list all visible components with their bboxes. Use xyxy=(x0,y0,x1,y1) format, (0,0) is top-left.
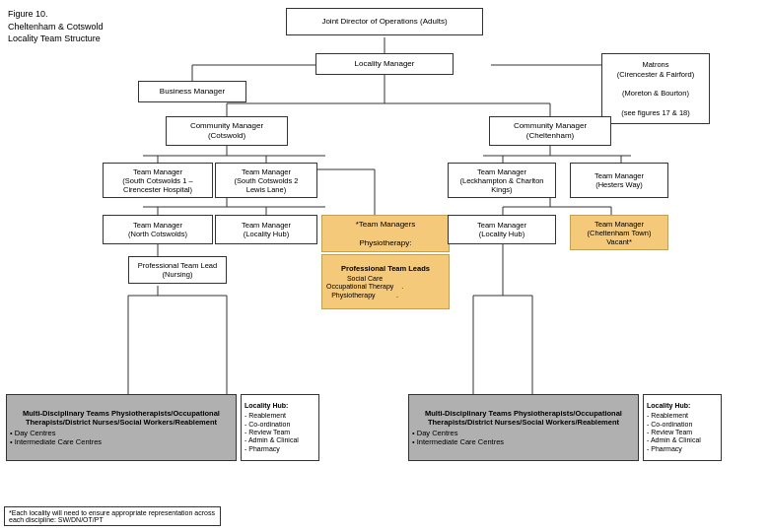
mdt-right-title: Multi-Disciplinary Teams Physiotherapist… xyxy=(412,409,635,427)
joint-director-box: Joint Director of Operations (Adults) xyxy=(286,8,483,35)
locality-hub-left-title: Locality Hub: xyxy=(245,402,288,410)
footnote-text: *Each locality will need to ensure appro… xyxy=(9,509,215,523)
team-locality-hub-left-box: Team Manager (Locality Hub) xyxy=(215,215,317,244)
community-cheltenham-box: Community Manager (Cheltenham) xyxy=(489,116,611,146)
mdt-left-box: Multi-Disciplinary Teams Physiotherapist… xyxy=(6,394,237,461)
team-locality-hub-left-label: Team Manager (Locality Hub) xyxy=(242,221,291,238)
team-managers-physio-label: *Team Managers Physiotherapy: xyxy=(356,220,415,248)
business-manager-box: Business Manager xyxy=(138,81,246,102)
title-line1: Figure 10. xyxy=(8,8,104,21)
joint-director-label: Joint Director of Operations (Adults) xyxy=(321,17,447,27)
locality-hub-right-items: - Reablement - Co-ordination - Review Te… xyxy=(647,412,701,453)
locality-hub-left-box: Locality Hub: - Reablement - Co-ordinati… xyxy=(241,394,319,461)
community-cotswold-box: Community Manager (Cotswold) xyxy=(166,116,288,146)
community-cotswold-label: Community Manager (Cotswold) xyxy=(190,121,263,140)
title-line3: Locality Team Structure xyxy=(8,33,104,45)
team-north-cotswolds-label: Team Manager (North Cotswolds) xyxy=(128,221,187,238)
mdt-right-items: • Day Centres • Intermediate Care Centre… xyxy=(412,429,504,446)
team-leckhampton-box: Team Manager (Leckhampton & Charlton Kin… xyxy=(448,163,556,198)
mdt-right-box: Multi-Disciplinary Teams Physiotherapist… xyxy=(408,394,639,461)
prof-team-leads-left-box: Professional Team Leads Social Care Occu… xyxy=(321,254,450,309)
matrons-label: Matrons (Cirencester & Fairford) (Moreto… xyxy=(617,60,694,118)
team-hesters-box: Team Manager (Hesters Way) xyxy=(570,163,668,198)
prof-lead-nursing-label: Professional Team Lead (Nursing) xyxy=(138,261,217,279)
team-cheltenham-town-box: Team Manager (Cheltenham Town) Vacant* xyxy=(570,215,668,250)
page: Figure 10. Cheltenham & Cotswold Localit… xyxy=(0,0,769,532)
business-manager-label: Business Manager xyxy=(160,87,225,97)
team-south1-label: Team Manager (South Cotswolds 1 – Cirenc… xyxy=(122,167,192,194)
team-locality-hub-right-label: Team Manager (Locality Hub) xyxy=(477,221,526,238)
mdt-left-title: Multi-Disciplinary Teams Physiotherapist… xyxy=(10,409,233,427)
matrons-box: Matrons (Cirencester & Fairford) (Moreto… xyxy=(601,53,710,124)
prof-team-leads-left-title: Professional Team Leads xyxy=(326,264,445,273)
team-south2-label: Team Manager (South Cotswolds 2 Lewis La… xyxy=(234,167,298,194)
community-cheltenham-label: Community Manager (Cheltenham) xyxy=(514,121,587,140)
locality-manager-label: Locality Manager xyxy=(355,59,415,69)
team-hesters-label: Team Manager (Hesters Way) xyxy=(594,171,644,189)
team-south2-box: Team Manager (South Cotswolds 2 Lewis La… xyxy=(215,163,317,198)
team-managers-physio-box: *Team Managers Physiotherapy: xyxy=(321,215,450,252)
team-locality-hub-right-box: Team Manager (Locality Hub) xyxy=(448,215,556,244)
locality-manager-box: Locality Manager xyxy=(315,53,454,75)
mdt-left-items: • Day Centres • Intermediate Care Centre… xyxy=(10,429,102,446)
team-leckhampton-label: Team Manager (Leckhampton & Charlton Kin… xyxy=(459,167,543,194)
team-cheltenham-town-label: Team Manager (Cheltenham Town) Vacant* xyxy=(588,220,652,246)
locality-hub-left-items: - Reablement - Co-ordination - Review Te… xyxy=(245,412,299,453)
team-south1-box: Team Manager (South Cotswolds 1 – Cirenc… xyxy=(103,163,213,198)
team-north-cotswolds-box: Team Manager (North Cotswolds) xyxy=(103,215,213,244)
locality-hub-right-title: Locality Hub: xyxy=(647,402,690,410)
figure-title: Figure 10. Cheltenham & Cotswold Localit… xyxy=(8,8,104,45)
prof-team-leads-left-items: Social Care Occupational Therapy . Physi… xyxy=(326,275,403,299)
prof-lead-nursing-box: Professional Team Lead (Nursing) xyxy=(128,256,227,284)
locality-hub-right-box: Locality Hub: - Reablement - Co-ordinati… xyxy=(643,394,722,461)
footnote: *Each locality will need to ensure appro… xyxy=(4,506,221,526)
title-line2: Cheltenham & Cotswold xyxy=(8,21,104,33)
